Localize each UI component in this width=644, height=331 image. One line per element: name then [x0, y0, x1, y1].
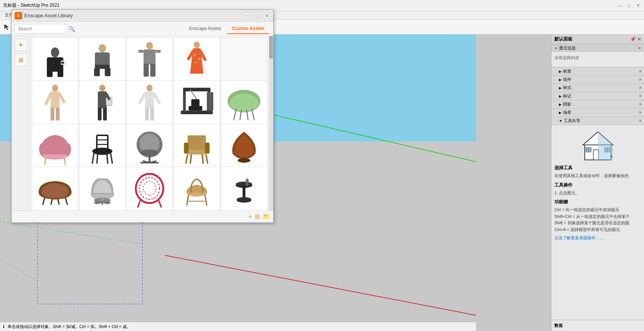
entity-info-close[interactable]: ✕: [638, 46, 641, 50]
house-icon-area: ↖: [554, 128, 641, 162]
svg-rect-30: [138, 50, 144, 53]
tool-ops-content: 1. 点击图元。: [554, 190, 641, 196]
svg-rect-45: [51, 107, 54, 121]
asset-item[interactable]: [79, 124, 126, 170]
entity-info-arrow: ▼: [554, 46, 558, 50]
svg-point-41: [52, 85, 58, 91]
asset-item[interactable]: [174, 167, 220, 210]
svg-point-81: [92, 148, 112, 155]
asset-item[interactable]: [32, 167, 78, 210]
status-bar-text: 单击或拖动以选择对象。Shift = 加/减。Ctrl = 加。Shift + …: [7, 324, 131, 330]
asset-item[interactable]: [79, 167, 126, 210]
asset-item[interactable]: [221, 124, 267, 170]
svg-rect-27: [105, 68, 111, 76]
svg-line-58: [154, 94, 159, 103]
panel-close-x[interactable]: ✕: [637, 37, 641, 42]
bottom-folder-icon[interactable]: 📁: [263, 213, 270, 220]
sidebar-add-button[interactable]: +: [15, 39, 27, 51]
asset-item[interactable]: [221, 37, 267, 84]
entity-info-text: 没有选择内容: [554, 55, 579, 60]
scrollbar-thumb[interactable]: [269, 36, 273, 58]
svg-rect-100: [184, 143, 189, 154]
window-controls: — □ ✕: [617, 3, 641, 9]
asset-panel-minimize[interactable]: —: [244, 12, 251, 19]
asset-panel-win-controls: — □ ✕: [244, 12, 270, 19]
section-tag-close[interactable]: ✕: [639, 94, 642, 98]
maximize-button[interactable]: □: [626, 3, 632, 9]
select-tool-button[interactable]: [1, 22, 12, 32]
asset-item[interactable]: [174, 124, 220, 170]
search-input[interactable]: [15, 24, 67, 34]
asset-item[interactable]: [174, 81, 220, 127]
panel-header-controls: 📌 ✕: [630, 37, 641, 42]
bottom-add-icon[interactable]: +: [249, 213, 252, 220]
section-component-close[interactable]: ✕: [639, 78, 642, 82]
svg-point-131: [237, 197, 251, 202]
sidebar-grid-button[interactable]: ⊞: [15, 54, 27, 66]
asset-item[interactable]: [126, 167, 173, 210]
svg-rect-8: [593, 150, 599, 160]
minimize-button[interactable]: —: [617, 3, 623, 9]
section-tag[interactable]: ▶ 标记 ✕: [551, 92, 644, 100]
asset-item[interactable]: [32, 81, 78, 127]
section-toolguide[interactable]: ▼ 工具向导 ✕: [551, 117, 644, 125]
asset-item[interactable]: [79, 81, 126, 127]
svg-rect-32: [144, 64, 149, 77]
section-style[interactable]: ▶ 样式 ✕: [551, 84, 644, 92]
tab-custom-assets[interactable]: Custom Assets: [227, 24, 269, 34]
shortcut-ctrl: Ctrl = 向一组选定的圆元中添加圆元: [554, 207, 641, 213]
asset-item[interactable]: [32, 37, 78, 84]
section-shadow[interactable]: ▶ 阴影 ✕: [551, 100, 644, 109]
tab-enscape-assets[interactable]: Enscape Assets: [185, 24, 226, 34]
svg-rect-46: [56, 107, 60, 121]
svg-rect-24: [95, 52, 110, 67]
section-style-label: 样式: [563, 85, 571, 91]
bottom-grid-icon[interactable]: ⊞: [255, 213, 260, 220]
svg-line-124: [187, 195, 189, 206]
entity-info-title: 图元信息: [559, 45, 576, 51]
asset-item[interactable]: [174, 37, 220, 84]
entity-info-header[interactable]: ▼ 图元信息 ✕: [551, 44, 644, 52]
svg-rect-19: [47, 69, 52, 77]
asset-panel-title-left: E Enscape Asset Library: [15, 12, 73, 19]
asset-item[interactable]: [221, 81, 267, 127]
asset-item[interactable]: [126, 81, 173, 127]
section-style-close[interactable]: ✕: [639, 86, 642, 90]
asset-item[interactable]: [221, 167, 267, 210]
search-icon[interactable]: 🔍: [69, 26, 75, 32]
asset-panel-maximize[interactable]: □: [254, 12, 261, 19]
svg-rect-26: [94, 68, 100, 76]
asset-item[interactable]: [126, 124, 173, 170]
asset-item[interactable]: [126, 37, 173, 84]
section-toolguide-close[interactable]: ✕: [639, 119, 642, 123]
shortcut-ctrla: Ctrl+A = 选择模型中所有可见的圆元: [554, 227, 641, 233]
right-panel-title: 默认面板: [554, 36, 572, 42]
svg-line-89: [97, 154, 97, 164]
asset-panel-close[interactable]: ✕: [264, 12, 270, 19]
svg-point-38: [192, 60, 194, 61]
enscape-logo-text: E: [17, 13, 20, 18]
shortcut-shift: Shift = 切换选择某个圆元是否在适定的圆: [554, 220, 641, 227]
asset-item[interactable]: [79, 37, 126, 84]
svg-line-125: [205, 195, 207, 206]
section-scene-label: 场景: [563, 110, 571, 115]
svg-point-28: [146, 42, 153, 49]
section-shadow-close[interactable]: ✕: [639, 102, 642, 106]
section-material-close[interactable]: ✕: [639, 69, 642, 73]
section-scene-close[interactable]: ✕: [639, 110, 642, 115]
section-scene[interactable]: ▶ 场景 ✕: [551, 109, 644, 117]
section-component[interactable]: ▶ 组件 ✕: [551, 76, 644, 84]
svg-line-4: [0, 222, 142, 244]
entity-info-section: ▼ 图元信息 ✕ 没有选择内容: [551, 44, 644, 67]
svg-point-37: [195, 61, 197, 63]
asset-scrollbar[interactable]: [269, 36, 273, 210]
section-material[interactable]: ▶ 材质 ✕: [551, 67, 644, 76]
panel-pin-icon[interactable]: 📌: [630, 37, 636, 42]
tool-more-link[interactable]: 点击了解更多高级操作……: [554, 235, 641, 241]
asset-item[interactable]: [32, 124, 78, 170]
close-button[interactable]: ✕: [635, 3, 641, 9]
svg-rect-20: [58, 69, 63, 77]
asset-panel-titlebar: E Enscape Asset Library — □ ✕: [12, 10, 273, 22]
svg-line-80: [64, 158, 66, 165]
svg-rect-107: [242, 158, 246, 162]
